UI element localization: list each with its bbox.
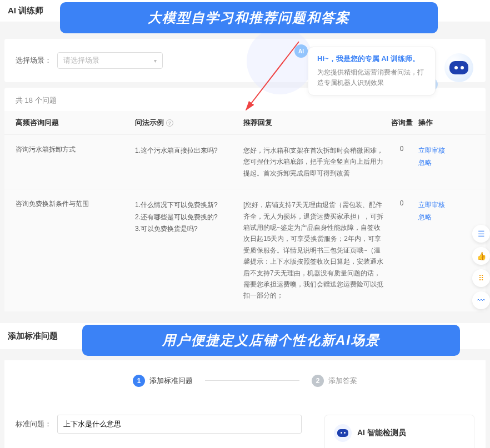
tool-doc-icon[interactable]: ☰: [472, 225, 490, 243]
decoration-circle: [247, 28, 313, 94]
side-toolbar: ☰ 👍 ⠿ 〰: [472, 225, 490, 309]
review-link[interactable]: 立即审核: [418, 199, 457, 212]
step-divider: [205, 380, 299, 381]
tool-pulse-icon[interactable]: 〰: [472, 291, 490, 309]
banner-top: 大模型自学习和推荐问题和答案: [60, 2, 438, 33]
scene-placeholder: 请选择场景: [63, 56, 99, 66]
add-question-section: 添加标准问题 用户便捷定义店铺个性化新AI场景 1 添加标准问题 2 添加答案 …: [0, 323, 490, 448]
tool-grid-icon[interactable]: ⠿: [472, 269, 490, 287]
th-example: 问法示例?: [135, 118, 243, 128]
ignore-link[interactable]: 忽略: [418, 212, 457, 224]
chevron-down-icon: ▾: [154, 58, 157, 64]
step-2: 2 添加答案: [312, 375, 357, 387]
ai-detect-panel: AI 智能检测员 标准问题：上下水是什么意思 检测中: [324, 415, 474, 448]
form-area: 标准问题： 添加补充问法 AI 智能检测员 标准问题：上下水是什么意思 检测中: [4, 401, 486, 448]
scene-card: AI AI 选择场景： 请选择场景 ▾ Hi~，我是您的专属 AI 训练师。 为…: [4, 39, 486, 82]
step-number-2: 2: [312, 375, 324, 387]
table-header: 高频咨询问题 问法示例? 推荐回复 咨询量 操作: [4, 111, 486, 135]
table-row: 咨询免费换新条件与范围 1.什么情况下可以免费换新? 2.还有哪些是可以免费换的…: [4, 189, 486, 312]
th-count: 咨询量: [385, 118, 418, 128]
scene-select[interactable]: 请选择场景 ▾: [57, 52, 163, 69]
questions-card: 共 18 个问题 高频咨询问题 问法示例? 推荐回复 咨询量 操作 咨询污水箱拆…: [4, 88, 486, 312]
help-icon[interactable]: ?: [166, 119, 173, 127]
scene-label: 选择场景：: [16, 56, 52, 66]
assistant-greeting: Hi~，我是您的专属 AI 训练师。: [317, 54, 426, 64]
step-number-1: 1: [133, 375, 145, 387]
tool-like-icon[interactable]: 👍: [472, 247, 490, 265]
steps-bar: 1 添加标准问题 2 添加答案: [4, 360, 486, 401]
th-action: 操作: [418, 118, 457, 128]
banner-bottom: 用户便捷定义店铺个性化新AI场景: [82, 325, 460, 356]
cell-reply: 您好，污水箱和支架在首次拆卸时会稍微困难，您可捏住污水箱底部，把手完全竖直向上后…: [243, 145, 385, 179]
bot-avatar: [444, 53, 473, 82]
step-2-label: 添加答案: [328, 376, 357, 386]
cell-example: 1.这个污水箱直接拉出来吗?: [135, 145, 243, 179]
cell-question: 咨询污水箱拆卸方式: [16, 145, 135, 179]
cell-count: 0: [385, 145, 418, 179]
th-reply: 推荐回复: [243, 118, 385, 128]
table-row: 咨询污水箱拆卸方式 1.这个污水箱直接拉出来吗? 您好，污水箱和支架在首次拆卸时…: [4, 135, 486, 189]
th-question: 高频咨询问题: [16, 118, 135, 128]
ai-badge-icon: AI: [294, 44, 308, 58]
detector-title: AI 智能检测员: [357, 428, 406, 438]
cell-actions: 立即审核 忽略: [418, 199, 457, 301]
standard-question-label: 标准问题：: [16, 419, 57, 429]
cell-actions: 立即审核 忽略: [418, 145, 457, 179]
cell-question: 咨询免费换新条件与范围: [16, 199, 135, 301]
cell-example: 1.什么情况下可以免费换新? 2.还有哪些是可以免费换的? 3.可以免费换货是吗…: [135, 199, 243, 301]
detector-avatar: [334, 424, 352, 442]
standard-question-input[interactable]: [57, 415, 302, 434]
ignore-link[interactable]: 忽略: [418, 157, 457, 169]
step-1: 1 添加标准问题: [133, 375, 193, 387]
cell-count: 0: [385, 199, 418, 301]
assistant-desc: 为您提供精细化运营消费者问法，打造专属机器人识别效果: [317, 67, 426, 88]
step-1-label: 添加标准问题: [149, 376, 193, 386]
assistant-bubble: Hi~，我是您的专属 AI 训练师。 为您提供精细化运营消费者问法，打造专属机器…: [308, 47, 436, 95]
cell-reply: [您好，店铺支持7天无理由退货（需包装、配件齐全，无人为损坏，退货运费买家承担）…: [243, 199, 385, 301]
review-link[interactable]: 立即审核: [418, 145, 457, 157]
